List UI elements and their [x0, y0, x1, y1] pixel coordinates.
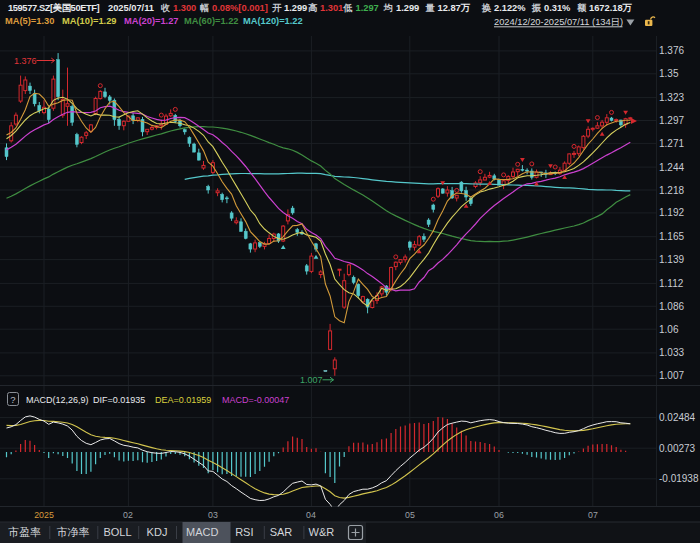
svg-text:1.323: 1.323: [659, 92, 684, 103]
svg-text:159577.SZ[美国50ETF]: 159577.SZ[美国50ETF]: [8, 2, 100, 13]
svg-text:MACD: MACD: [186, 526, 218, 538]
svg-text:1.299: 1.299: [284, 3, 307, 13]
svg-text:2025: 2025: [34, 510, 54, 520]
svg-text:换: 换: [481, 3, 492, 13]
svg-text:1.376: 1.376: [659, 45, 684, 56]
svg-text:1.007: 1.007: [659, 370, 684, 381]
svg-text:1.192: 1.192: [659, 207, 684, 218]
svg-text:1.35: 1.35: [659, 68, 679, 79]
svg-text:12.87万: 12.87万: [438, 3, 471, 13]
svg-text:1.033: 1.033: [659, 347, 684, 358]
svg-text:1.297: 1.297: [659, 115, 684, 126]
svg-text:1.165: 1.165: [659, 231, 684, 242]
svg-text:2.122%: 2.122%: [494, 3, 526, 13]
svg-text:04: 04: [306, 510, 316, 520]
svg-text:DIF=0.01935: DIF=0.01935: [93, 395, 145, 405]
svg-text:?: ?: [10, 394, 15, 405]
svg-text:1.244: 1.244: [659, 162, 684, 173]
svg-text:市净率: 市净率: [57, 526, 90, 538]
svg-text:1672.18万: 1672.18万: [589, 3, 633, 13]
svg-text:量: 量: [425, 3, 436, 13]
svg-text:BOLL: BOLL: [103, 526, 131, 538]
svg-text:1.297: 1.297: [356, 3, 379, 13]
svg-text:MA(10)=1.29: MA(10)=1.29: [62, 16, 117, 26]
svg-text:MACD(12,26,9): MACD(12,26,9): [26, 395, 89, 405]
svg-text:振: 振: [531, 3, 542, 13]
svg-text:RSI: RSI: [235, 526, 253, 538]
svg-text:1.300: 1.300: [173, 3, 196, 13]
svg-text:1.139: 1.139: [659, 254, 684, 265]
svg-text:1.112: 1.112: [659, 278, 684, 289]
svg-text:2025/07/11: 2025/07/11: [108, 3, 154, 13]
svg-text:1.271: 1.271: [659, 138, 684, 149]
svg-text:SAR: SAR: [270, 526, 293, 538]
svg-text:KDJ: KDJ: [147, 526, 168, 538]
svg-text:W&R: W&R: [309, 526, 335, 538]
svg-text:额: 额: [576, 2, 587, 13]
svg-text:MACD=-0.00047: MACD=-0.00047: [222, 395, 289, 405]
svg-text:06: 06: [494, 510, 504, 520]
svg-text:均: 均: [383, 3, 393, 13]
svg-text:0.00273: 0.00273: [659, 443, 696, 454]
svg-text:1.299: 1.299: [396, 3, 419, 13]
svg-text:开: 开: [271, 3, 282, 13]
svg-text:收: 收: [161, 3, 171, 13]
svg-text:1.06: 1.06: [659, 324, 679, 335]
svg-text:0.08%[0.001]: 0.08%[0.001]: [212, 3, 268, 13]
svg-text:05: 05: [405, 510, 415, 520]
svg-text:市盈率: 市盈率: [8, 526, 41, 538]
svg-text:1.301: 1.301: [320, 3, 343, 13]
svg-text:MA(60)=1.22: MA(60)=1.22: [184, 16, 239, 26]
svg-text:1.007: 1.007: [300, 375, 323, 385]
svg-text:DEA=0.01959: DEA=0.01959: [155, 395, 211, 405]
svg-text:02: 02: [123, 510, 133, 520]
svg-text:幅: 幅: [200, 3, 209, 13]
svg-text:07: 07: [588, 510, 598, 520]
svg-text:低: 低: [343, 3, 353, 13]
svg-text:-0.01938: -0.01938: [659, 473, 699, 484]
svg-text:1.376: 1.376: [14, 56, 37, 66]
svg-text:MA(120)=1.22: MA(120)=1.22: [243, 16, 303, 26]
svg-text:0.02484: 0.02484: [659, 412, 696, 423]
svg-text:MA(5)=1.30: MA(5)=1.30: [5, 16, 54, 26]
svg-text:2024/12/20-2025/07/11 (134日): 2024/12/20-2025/07/11 (134日): [494, 17, 623, 27]
svg-text:1.218: 1.218: [659, 185, 684, 196]
svg-text:高: 高: [308, 2, 318, 13]
svg-text:1.086: 1.086: [659, 301, 684, 312]
svg-text:MA(20)=1.27: MA(20)=1.27: [124, 16, 179, 26]
svg-text:03: 03: [208, 510, 218, 520]
svg-text:0.31%: 0.31%: [544, 3, 571, 13]
